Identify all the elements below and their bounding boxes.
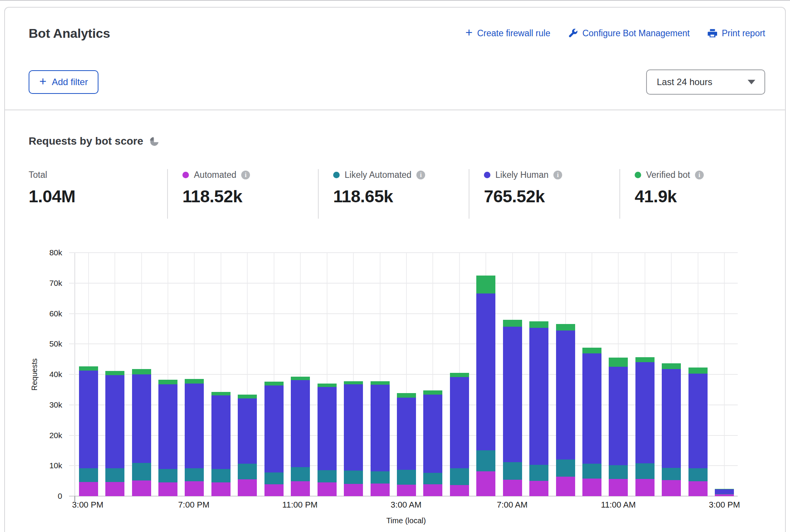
segment-likely-automated [211, 469, 231, 482]
stacked-bar-100am[interactable] [344, 253, 363, 496]
segment-likely-automated [291, 467, 310, 481]
segment-likely-human [556, 330, 575, 459]
segment-verified-bot [450, 373, 469, 377]
segment-automated [264, 484, 284, 496]
x-slot [313, 500, 340, 511]
stacked-bar-600pm[interactable] [158, 253, 177, 496]
segment-automated [503, 480, 522, 496]
stacked-bar-200pm[interactable] [688, 253, 708, 496]
create-firewall-rule-link[interactable]: + Create firewall rule [466, 28, 550, 39]
segment-likely-automated [423, 473, 442, 484]
stacked-bar-500pm[interactable] [132, 253, 151, 496]
stacked-bar-1000am[interactable] [582, 253, 601, 496]
info-icon[interactable]: i [695, 171, 704, 179]
segment-verified-bot [635, 357, 655, 362]
stacked-bar-1100pm[interactable] [291, 253, 310, 496]
stat-value: 765.52k [484, 187, 619, 206]
stacked-bar-700pm[interactable] [185, 253, 204, 496]
stacked-bar-800pm[interactable] [211, 253, 231, 496]
y-tick-label: 10k [29, 461, 62, 470]
info-icon[interactable]: i [241, 171, 250, 179]
time-range-select[interactable]: Last 24 hours [646, 69, 765, 95]
stats-row: Total 1.04M Automated i 118.52k Likely A… [29, 169, 765, 219]
x-slot [127, 500, 154, 511]
segment-likely-human [238, 398, 257, 464]
x-slot [632, 500, 658, 511]
x-slot [446, 500, 472, 511]
stat-value: 118.52k [182, 187, 318, 206]
segment-verified-bot [371, 381, 390, 385]
segment-verified-bot [132, 369, 151, 374]
segment-verified-bot [105, 371, 124, 375]
stat-total: Total 1.04M [29, 169, 167, 219]
segment-automated [185, 481, 204, 496]
stacked-bar-1100am[interactable] [609, 253, 628, 496]
segment-verified-bot [79, 366, 98, 371]
bar-slot [420, 253, 446, 496]
stacked-bar-1200pm[interactable] [635, 253, 655, 496]
stacked-bar-300pm[interactable] [715, 253, 734, 496]
stacked-bar-200am[interactable] [371, 253, 390, 496]
stacked-bar-300pm[interactable] [79, 253, 98, 496]
segment-automated [211, 482, 231, 496]
info-icon[interactable]: i [416, 171, 425, 179]
x-slot [154, 500, 181, 511]
y-tick-label: 30k [29, 400, 62, 409]
plus-icon: + [466, 28, 473, 37]
bar-slot [75, 253, 102, 496]
x-slot: 11:00 PM [287, 500, 313, 511]
header-row: Bot Analytics + Create firewall rule Con… [29, 24, 765, 42]
bar-slot [526, 253, 552, 496]
y-tick-label: 40k [29, 370, 62, 379]
segment-verified-bot [291, 377, 310, 380]
segment-verified-bot [238, 395, 257, 398]
segment-automated [291, 481, 310, 496]
link-label: Create firewall rule [477, 28, 550, 39]
segment-likely-automated [344, 471, 363, 484]
time-range-value: Last 24 hours [657, 77, 712, 87]
stat-likely-automated: Likely Automated i 118.65k [318, 169, 469, 219]
legend-dot-likely-automated [333, 172, 340, 178]
stacked-bar-900am[interactable] [556, 253, 575, 496]
bar-slot [155, 253, 181, 496]
stacked-bar-400pm[interactable] [105, 253, 124, 496]
stacked-bar-500am[interactable] [450, 253, 469, 496]
info-icon[interactable]: i [553, 171, 562, 179]
segment-verified-bot [158, 380, 177, 385]
stacked-bar-400am[interactable] [423, 253, 442, 496]
stacked-bar-100pm[interactable] [662, 253, 681, 496]
segment-automated [423, 484, 442, 496]
y-tick-label: 60k [29, 309, 62, 318]
legend-dot-likely-human [484, 172, 490, 178]
stacked-bar-1200am[interactable] [318, 253, 337, 496]
segment-likely-human [715, 489, 734, 494]
stacked-bar-300am[interactable] [397, 253, 416, 496]
stacked-bar-800am[interactable] [529, 253, 548, 496]
segment-likely-automated [105, 468, 124, 482]
segment-likely-automated [556, 459, 575, 477]
print-report-link[interactable]: Print report [707, 28, 765, 39]
segment-automated [662, 480, 681, 496]
add-filter-button[interactable]: + Add filter [29, 70, 98, 94]
stacked-bar-600am[interactable] [476, 253, 495, 496]
stacked-bar-900pm[interactable] [238, 253, 257, 496]
segment-automated [476, 471, 495, 496]
link-label: Print report [722, 28, 765, 39]
chevron-down-icon [748, 80, 755, 84]
bar-slot [552, 253, 579, 496]
stacked-bar-700am[interactable] [503, 253, 522, 496]
bar-slot [128, 253, 155, 496]
bar-slot [340, 253, 366, 496]
segment-likely-automated [609, 465, 628, 479]
stacked-bar-1000pm[interactable] [264, 253, 284, 496]
segment-likely-automated [582, 464, 601, 478]
legend-dot-verified-bot [635, 172, 641, 178]
configure-bot-management-link[interactable]: Configure Bot Management [568, 28, 690, 39]
x-slot [658, 500, 685, 511]
x-slot [526, 500, 552, 511]
segment-likely-human [105, 375, 124, 468]
add-filter-label: Add filter [52, 77, 88, 87]
segment-verified-bot [582, 348, 601, 353]
segment-likely-automated [476, 450, 495, 471]
segment-automated [635, 479, 655, 496]
